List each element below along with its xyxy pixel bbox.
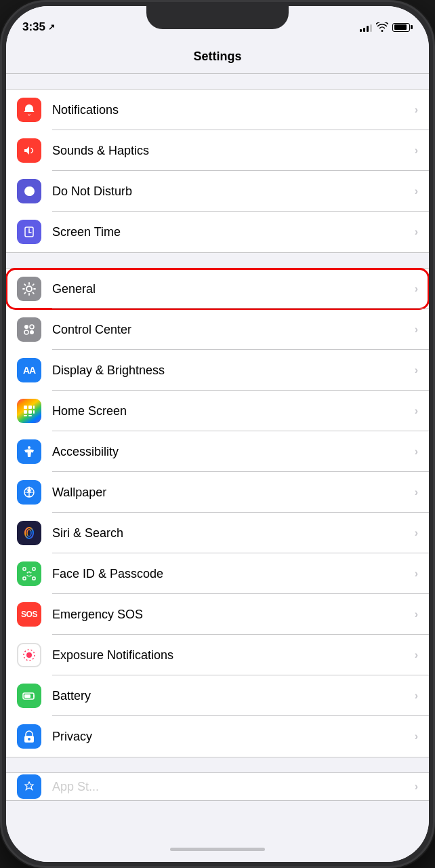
- settings-row-sos[interactable]: SOS Emergency SOS ›: [6, 594, 429, 635]
- page-title: Settings: [193, 50, 241, 64]
- exposure-label: Exposure Notifications: [52, 648, 415, 663]
- homescreen-icon: [17, 399, 41, 423]
- settings-row-dnd[interactable]: Do Not Disturb ›: [6, 171, 429, 212]
- notch: [146, 6, 289, 29]
- svg-point-16: [28, 446, 30, 449]
- svg-point-7: [30, 330, 34, 334]
- time-display: 3:35: [22, 20, 45, 34]
- controlcenter-chevron: ›: [415, 323, 418, 336]
- privacy-label: Privacy: [52, 730, 415, 744]
- sounds-label: Sounds & Haptics: [52, 144, 415, 158]
- accessibility-chevron: ›: [415, 446, 418, 458]
- settings-row-sounds[interactable]: Sounds & Haptics ›: [6, 130, 429, 171]
- svg-rect-12: [24, 415, 27, 416]
- settings-row-battery[interactable]: Battery ›: [6, 675, 429, 716]
- settings-group-1-inner: Notifications › Sounds & Haptics ›: [6, 89, 429, 253]
- general-chevron: ›: [415, 283, 418, 295]
- svg-rect-22: [33, 568, 35, 570]
- svg-point-6: [24, 330, 28, 334]
- settings-content[interactable]: Notifications › Sounds & Haptics ›: [6, 74, 429, 836]
- wallpaper-icon: [17, 480, 41, 505]
- display-chevron: ›: [415, 364, 418, 376]
- screen: 3:35 ↗: [6, 6, 429, 862]
- privacy-chevron: ›: [415, 730, 418, 743]
- settings-row-screentime[interactable]: Screen Time ›: [6, 212, 429, 252]
- appstore-partial-chevron: ›: [415, 781, 418, 793]
- home-indicator: [6, 836, 429, 862]
- settings-row-controlcenter[interactable]: Control Center ›: [6, 309, 429, 350]
- notifications-icon: [17, 98, 41, 122]
- screentime-label: Screen Time: [52, 225, 415, 239]
- svg-point-5: [30, 325, 34, 329]
- accessibility-label: Accessibility: [52, 445, 415, 459]
- settings-group-3: App St... ›: [6, 772, 429, 801]
- phone-frame: 3:35 ↗: [0, 0, 435, 868]
- settings-row-general[interactable]: General ›: [6, 269, 429, 309]
- location-icon: ↗: [48, 22, 55, 32]
- exposure-icon: [17, 643, 41, 667]
- settings-group-2: General › Control: [6, 268, 429, 757]
- home-bar: [170, 848, 265, 851]
- accessibility-icon: [17, 439, 41, 464]
- notifications-label: Notifications: [52, 103, 415, 117]
- appstore-partial-label: App St...: [52, 780, 415, 794]
- svg-rect-9: [28, 406, 32, 409]
- svg-rect-31: [24, 694, 30, 698]
- signal-bar-4: [370, 24, 372, 32]
- dnd-label: Do Not Disturb: [52, 184, 415, 199]
- signal-icon: [360, 22, 372, 32]
- settings-row-exposure[interactable]: Exposure Notifications ›: [6, 635, 429, 675]
- siri-label: Siri & Search: [52, 526, 415, 540]
- settings-group-1: Notifications › Sounds & Haptics ›: [6, 89, 429, 253]
- sos-label: Emergency SOS: [52, 608, 415, 622]
- settings-row-appstore-partial[interactable]: App St... ›: [6, 773, 429, 800]
- wifi-icon: [376, 22, 388, 32]
- notifications-chevron: ›: [415, 104, 418, 116]
- battery-icon: [392, 23, 413, 32]
- settings-row-homescreen[interactable]: Home Screen ›: [6, 391, 429, 431]
- sos-icon: SOS: [17, 602, 41, 627]
- signal-bar-2: [363, 28, 365, 32]
- svg-rect-14: [33, 406, 35, 409]
- svg-rect-13: [28, 415, 32, 416]
- battery-setting-chevron: ›: [415, 690, 418, 702]
- svg-point-33: [28, 738, 30, 741]
- controlcenter-icon: [17, 317, 41, 342]
- settings-row-wallpaper[interactable]: Wallpaper ›: [6, 472, 429, 513]
- controlcenter-label: Control Center: [52, 323, 415, 337]
- homescreen-chevron: ›: [415, 405, 418, 417]
- settings-row-privacy[interactable]: Privacy ›: [6, 716, 429, 757]
- wallpaper-label: Wallpaper: [52, 486, 415, 500]
- svg-rect-8: [24, 406, 27, 409]
- faceid-chevron: ›: [415, 568, 418, 580]
- svg-rect-23: [23, 577, 26, 580]
- settings-row-faceid[interactable]: Face ID & Passcode ›: [6, 553, 429, 594]
- svg-point-28: [26, 652, 32, 658]
- battery-setting-icon: [17, 684, 41, 708]
- general-icon: [17, 277, 41, 301]
- settings-row-siri[interactable]: Siri & Search ›: [6, 513, 429, 553]
- exposure-chevron: ›: [415, 649, 418, 661]
- nav-bar: Settings: [6, 40, 429, 74]
- svg-rect-15: [33, 410, 35, 414]
- appstore-icon: [17, 774, 41, 799]
- svg-rect-24: [33, 577, 35, 580]
- general-label: General: [52, 282, 415, 296]
- sounds-icon: [17, 138, 41, 163]
- svg-point-25: [27, 572, 28, 574]
- dnd-chevron: ›: [415, 185, 418, 197]
- svg-rect-10: [24, 410, 27, 414]
- settings-row-display[interactable]: AA Display & Brightness ›: [6, 350, 429, 391]
- svg-point-3: [26, 286, 32, 292]
- svg-point-26: [30, 572, 32, 574]
- dnd-icon: [17, 179, 41, 203]
- homescreen-label: Home Screen: [52, 404, 415, 418]
- status-time: 3:35 ↗: [22, 20, 55, 34]
- settings-row-notifications[interactable]: Notifications ›: [6, 90, 429, 130]
- signal-bar-3: [367, 26, 369, 32]
- settings-row-accessibility[interactable]: Accessibility ›: [6, 431, 429, 472]
- wallpaper-chevron: ›: [415, 486, 418, 498]
- status-icons: [360, 22, 413, 32]
- sos-chevron: ›: [415, 608, 418, 620]
- svg-point-4: [24, 325, 28, 329]
